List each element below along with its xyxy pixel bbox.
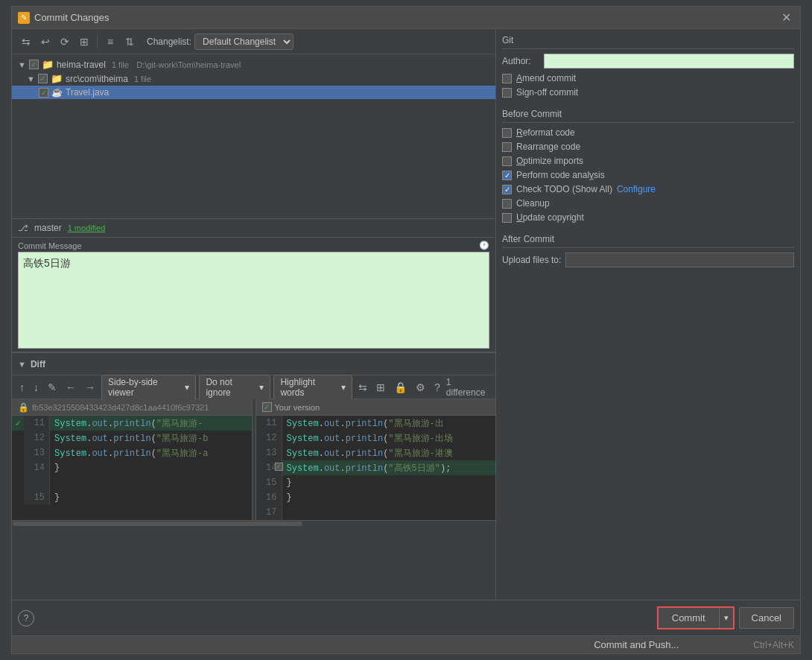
undo-button[interactable]: ↩ xyxy=(37,34,54,50)
modified-count[interactable]: 1 modified xyxy=(68,223,106,232)
amend-commit-row: Amend commit xyxy=(502,73,794,83)
status-bar: ⎇ master 1 modified xyxy=(12,218,495,238)
configure-link[interactable]: Configure xyxy=(617,184,656,194)
diff-line: 12 System.out.println("黑马旅游-b xyxy=(12,431,252,445)
diff-section: ▼ Diff ↑ ↓ ✎ ← → Side-by-side viewer ▾ D… xyxy=(12,352,495,526)
commit-button[interactable]: Commit xyxy=(659,608,719,628)
rearrange-code-checkbox[interactable] xyxy=(502,142,512,152)
src-folder-icon: 📁 xyxy=(51,73,63,84)
prev-diff-button[interactable]: ← xyxy=(63,380,79,395)
diff-line xyxy=(12,475,252,490)
settings-button[interactable]: ⚙ xyxy=(413,380,428,395)
highlight-chevron: ▾ xyxy=(341,382,346,393)
your-version-checkbox[interactable] xyxy=(262,402,272,412)
highlight-dropdown[interactable]: Highlight words ▾ xyxy=(273,375,352,400)
title-bar: ✎ Commit Changes ✕ xyxy=(12,7,800,29)
update-copyright-row: Update copyright xyxy=(502,212,794,223)
viewer-dropdown[interactable]: Side-by-side viewer ▾ xyxy=(101,375,196,400)
commit-dropdown-button[interactable]: ▾ xyxy=(719,608,733,628)
diff-line: 12 System.out.println("黑马旅游-出场 xyxy=(256,431,496,445)
left-toolbar: ⇆ ↩ ⟳ ⊞ ≡ ⇅ Changelist: Default Changeli… xyxy=(12,29,495,54)
left-panel: ⇆ ↩ ⟳ ⊞ ≡ ⇅ Changelist: Default Changeli… xyxy=(12,29,496,600)
commit-and-push-button[interactable]: Commit and Push... xyxy=(594,639,679,650)
line-content: } xyxy=(282,492,292,503)
diff-title: Diff xyxy=(31,359,45,369)
left-pane-header: 🔒 fb53e3215508433423d427d8c1aa4410f6c973… xyxy=(12,399,252,416)
diff-line: 17 xyxy=(256,505,496,520)
dialog-icon: ✎ xyxy=(18,12,30,24)
help-diff-button[interactable]: ? xyxy=(431,380,443,395)
line-content: System.out.println("高铁5日游"); xyxy=(282,462,451,475)
refresh-button[interactable]: ⟳ xyxy=(57,34,73,50)
scroll-down-button[interactable]: ↓ xyxy=(31,380,42,395)
optimize-imports-checkbox[interactable] xyxy=(502,156,512,166)
edit-button[interactable]: ✎ xyxy=(45,380,60,395)
next-diff-button[interactable]: → xyxy=(82,380,98,395)
tree-root-item[interactable]: ▼ 📁 heima-travel 1 file D:\git-work\Tom\… xyxy=(12,57,495,72)
root-checkbox[interactable] xyxy=(29,60,39,69)
diff-line: ✓ 11 System.out.println("黑马旅游- xyxy=(12,416,252,431)
ignore-label: Do not ignore xyxy=(206,377,257,398)
right-pane-header: Your version xyxy=(256,399,496,416)
left-diff-pane: 🔒 fb53e3215508433423d427d8c1aa4410f6c973… xyxy=(12,399,252,520)
line-num: 15 xyxy=(256,475,282,490)
tree-file-item[interactable]: ☕ Travel.java xyxy=(12,86,495,99)
update-copyright-checkbox[interactable] xyxy=(502,213,512,223)
file-checkbox[interactable] xyxy=(39,88,48,98)
check-todo-checkbox[interactable] xyxy=(502,185,512,194)
line-content: System.out.println("黑马旅游-出 xyxy=(282,417,444,430)
highlight-label: Highlight words xyxy=(280,377,339,398)
dialog-title: Commit Changes xyxy=(34,12,774,23)
line-content: } xyxy=(282,477,292,488)
file-tree: ▼ 📁 heima-travel 1 file D:\git-work\Tom\… xyxy=(12,54,495,218)
close-button[interactable]: ✕ xyxy=(778,10,794,25)
line-num: 12 xyxy=(256,431,282,445)
collapse-all-button[interactable]: ≡ xyxy=(102,34,118,50)
ignore-chevron: ▾ xyxy=(259,382,264,393)
src-collapse-arrow: ▼ xyxy=(27,74,35,83)
line-content: } xyxy=(50,463,60,473)
line-num: 15 xyxy=(24,490,50,505)
cancel-button[interactable]: Cancel xyxy=(739,607,794,629)
upload-label: Upload files to: xyxy=(502,255,561,265)
rearrange-code-row: Rearrange code xyxy=(502,142,794,152)
sync-scroll-button[interactable]: ⇆ xyxy=(355,380,370,395)
diff-header[interactable]: ▼ Diff xyxy=(12,353,495,375)
line-num: 12 xyxy=(24,431,50,445)
help-button[interactable]: ? xyxy=(18,610,34,626)
tree-src-item[interactable]: ▼ 📁 src\com\itheima 1 file xyxy=(12,72,495,86)
optimize-imports-row: Optimize imports xyxy=(502,156,794,166)
move-to-changelist-button[interactable]: ⇆ xyxy=(18,34,34,50)
sign-off-checkbox[interactable] xyxy=(502,88,512,98)
line-num: 11 xyxy=(24,416,50,431)
main-content: ⇆ ↩ ⟳ ⊞ ≡ ⇅ Changelist: Default Changeli… xyxy=(12,29,800,600)
commit-message-input[interactable]: 高铁5日游 xyxy=(18,252,489,349)
expand-button[interactable]: ⊞ xyxy=(76,34,92,50)
reformat-code-checkbox[interactable] xyxy=(502,128,512,138)
sign-off-row: Sign-off commit xyxy=(502,87,794,98)
branch-icon: ⎇ xyxy=(18,223,28,233)
author-input[interactable] xyxy=(544,54,794,69)
sort-button[interactable]: ⇅ xyxy=(121,34,138,50)
src-checkbox[interactable] xyxy=(38,74,48,83)
commit-hash: fb53e3215508433423d427d8c1aa4410f6c97321 xyxy=(32,403,209,412)
collapse-unchanged-button[interactable]: ⊞ xyxy=(373,380,388,395)
file-label: Travel.java xyxy=(66,87,109,98)
ignore-dropdown[interactable]: Do not ignore ▾ xyxy=(199,375,270,400)
diff-scrollbar-x[interactable] xyxy=(12,520,495,526)
line-num: 13 xyxy=(24,445,50,460)
cleanup-row: Cleanup xyxy=(502,198,794,209)
cleanup-checkbox[interactable] xyxy=(502,199,512,209)
amend-commit-checkbox[interactable] xyxy=(502,74,512,83)
inline-checkbox[interactable] xyxy=(275,463,283,471)
upload-input[interactable] xyxy=(565,253,794,267)
perform-analysis-checkbox[interactable] xyxy=(502,171,512,180)
after-commit-section: After Commit Upload files to: xyxy=(502,234,794,267)
line-content: } xyxy=(50,492,60,503)
scrollbar-thumb[interactable] xyxy=(13,521,302,526)
check-todo-row: Check TODO (Show All) Configure xyxy=(502,184,794,194)
root-badge: 1 file xyxy=(112,60,129,69)
lock-button[interactable]: 🔒 xyxy=(391,380,410,395)
changelist-select[interactable]: Default Changelist xyxy=(194,34,294,50)
scroll-up-button[interactable]: ↑ xyxy=(16,380,28,395)
